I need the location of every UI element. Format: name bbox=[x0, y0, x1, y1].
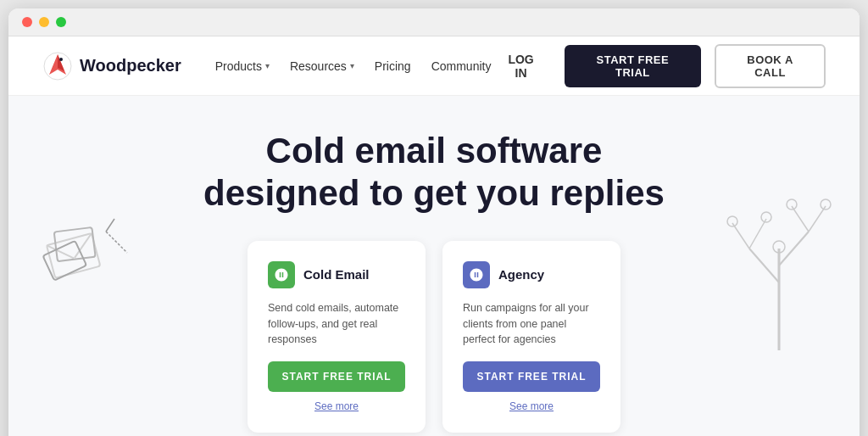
minimize-dot[interactable] bbox=[39, 17, 49, 27]
logo[interactable]: Woodpecker bbox=[42, 51, 181, 81]
svg-point-20 bbox=[821, 199, 831, 210]
close-dot[interactable] bbox=[22, 17, 32, 27]
chevron-down-icon: ▾ bbox=[265, 61, 270, 70]
cold-email-title: Cold Email bbox=[303, 267, 370, 282]
agency-trial-button[interactable]: START FREE TRIAL bbox=[463, 361, 600, 392]
logo-icon bbox=[42, 51, 73, 81]
svg-line-16 bbox=[809, 206, 826, 232]
logo-text: Woodpecker bbox=[80, 56, 181, 75]
agency-card-header: Agency bbox=[463, 261, 600, 288]
svg-line-10 bbox=[106, 219, 114, 232]
navbar: Woodpecker Products ▾ Resources ▾ Pricin… bbox=[8, 36, 860, 96]
book-a-call-button[interactable]: BOOK A CALL bbox=[715, 44, 826, 88]
login-button[interactable]: LOG IN bbox=[491, 46, 550, 87]
svg-point-18 bbox=[727, 216, 737, 226]
svg-line-17 bbox=[792, 206, 809, 232]
cold-email-card: Cold Email Send cold emails, automate fo… bbox=[248, 241, 426, 433]
nav-links: Products ▾ Resources ▾ Pricing Community bbox=[215, 59, 492, 73]
svg-point-19 bbox=[761, 212, 771, 222]
svg-point-21 bbox=[787, 199, 797, 210]
agency-icon bbox=[463, 261, 490, 288]
hero-section: Cold email software designed to get you … bbox=[8, 96, 860, 436]
svg-point-3 bbox=[59, 58, 63, 61]
browser-bar bbox=[8, 8, 860, 36]
cold-email-card-header: Cold Email bbox=[268, 261, 405, 288]
nav-community[interactable]: Community bbox=[431, 59, 492, 73]
cold-email-description: Send cold emails, automate follow-ups, a… bbox=[268, 300, 405, 348]
nav-right: LOG IN START FREE TRIAL BOOK A CALL bbox=[491, 44, 826, 88]
agency-card: Agency Run campaigns for all your client… bbox=[442, 241, 620, 433]
chevron-down-icon: ▾ bbox=[350, 61, 354, 70]
cold-email-icon bbox=[268, 261, 295, 288]
cold-email-trial-button[interactable]: START FREE TRIAL bbox=[268, 361, 405, 392]
agency-title: Agency bbox=[498, 267, 544, 282]
nav-resources[interactable]: Resources ▾ bbox=[290, 59, 354, 73]
agency-description: Run campaigns for all your clients from … bbox=[463, 300, 600, 348]
product-cards: Cold Email Send cold emails, automate fo… bbox=[42, 241, 826, 433]
agency-see-more-link[interactable]: See more bbox=[463, 400, 600, 412]
start-free-trial-button[interactable]: START FREE TRIAL bbox=[565, 45, 701, 87]
nav-products[interactable]: Products ▾ bbox=[215, 59, 270, 73]
hero-title: Cold email software designed to get you … bbox=[180, 130, 688, 215]
maximize-dot[interactable] bbox=[56, 17, 66, 27]
cold-email-see-more-link[interactable]: See more bbox=[268, 400, 405, 412]
nav-pricing[interactable]: Pricing bbox=[375, 59, 411, 73]
